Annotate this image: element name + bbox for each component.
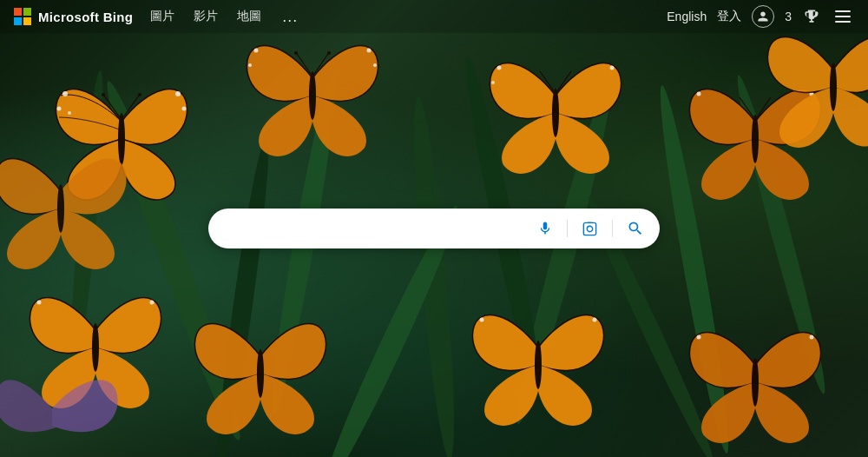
- nav-maps-link[interactable]: 地圖: [235, 5, 263, 28]
- svg-point-13: [68, 111, 71, 115]
- ms-logo-red: [14, 8, 22, 16]
- microphone-icon: [537, 221, 553, 236]
- voice-search-button[interactable]: [536, 219, 555, 238]
- logo-container[interactable]: Microsoft Bing: [14, 8, 133, 25]
- svg-point-47: [593, 318, 597, 322]
- navbar-left: Microsoft Bing 圖片 影片 地圖 ...: [14, 5, 301, 28]
- svg-point-31: [497, 66, 502, 70]
- menu-line-1: [835, 10, 851, 12]
- svg-point-49: [697, 335, 701, 340]
- svg-point-14: [175, 91, 181, 96]
- svg-point-19: [102, 93, 105, 96]
- ms-logo-green: [23, 8, 31, 16]
- svg-point-37: [697, 92, 701, 96]
- trophy-icon[interactable]: [802, 7, 821, 26]
- svg-point-30: [552, 89, 559, 137]
- search-divider: [567, 220, 568, 237]
- user-icon-svg: [757, 10, 769, 23]
- svg-rect-53: [583, 222, 595, 235]
- navbar-right: English 登入 3: [667, 5, 854, 28]
- search-divider-2: [612, 220, 613, 237]
- svg-point-24: [367, 49, 372, 53]
- visual-search-button[interactable]: [580, 219, 600, 239]
- search-input[interactable]: [227, 221, 536, 236]
- language-selector[interactable]: English: [667, 10, 707, 23]
- svg-point-11: [62, 91, 68, 96]
- svg-point-15: [182, 107, 187, 111]
- svg-point-43: [150, 301, 155, 305]
- svg-point-52: [57, 184, 64, 233]
- trophy-svg: [803, 8, 820, 25]
- points-count[interactable]: 3: [785, 10, 792, 23]
- svg-point-29: [327, 51, 331, 55]
- menu-line-2: [835, 16, 851, 17]
- ms-logo-blue: [14, 17, 22, 25]
- svg-point-44: [257, 349, 264, 398]
- svg-point-23: [248, 63, 252, 67]
- svg-point-21: [309, 71, 316, 120]
- svg-point-16: [118, 113, 125, 165]
- camera-search-icon: [582, 221, 598, 237]
- svg-point-45: [535, 341, 542, 389]
- menu-line-3: [835, 21, 851, 23]
- svg-point-32: [491, 81, 495, 84]
- nav-videos-link[interactable]: 影片: [192, 5, 220, 28]
- nav-more-button[interactable]: ...: [279, 6, 301, 28]
- svg-point-36: [752, 115, 759, 163]
- svg-point-25: [373, 63, 377, 67]
- svg-point-28: [294, 51, 298, 55]
- svg-point-46: [480, 318, 484, 322]
- signin-button[interactable]: 登入: [717, 9, 741, 24]
- svg-point-50: [810, 335, 814, 340]
- nav-images-link[interactable]: 圖片: [148, 5, 176, 28]
- svg-point-33: [610, 66, 615, 70]
- search-container: [208, 209, 660, 248]
- svg-point-54: [587, 226, 592, 231]
- navbar: Microsoft Bing 圖片 影片 地圖 ... English 登入 3: [0, 0, 868, 33]
- svg-point-22: [254, 49, 259, 53]
- svg-point-41: [92, 323, 99, 372]
- search-icons-group: [536, 218, 646, 239]
- bing-brand-text: Microsoft Bing: [38, 10, 133, 24]
- svg-point-20: [138, 93, 141, 96]
- svg-point-48: [752, 358, 759, 407]
- search-submit-button[interactable]: [625, 218, 646, 239]
- svg-point-42: [37, 301, 42, 305]
- microsoft-logo: [14, 8, 31, 25]
- svg-point-12: [57, 107, 62, 111]
- magnifier-icon: [627, 220, 644, 237]
- search-box: [208, 209, 660, 248]
- ms-logo-yellow: [23, 17, 31, 25]
- hamburger-menu-button[interactable]: [832, 7, 854, 26]
- user-avatar-icon[interactable]: [752, 5, 774, 28]
- svg-point-51: [830, 63, 837, 111]
